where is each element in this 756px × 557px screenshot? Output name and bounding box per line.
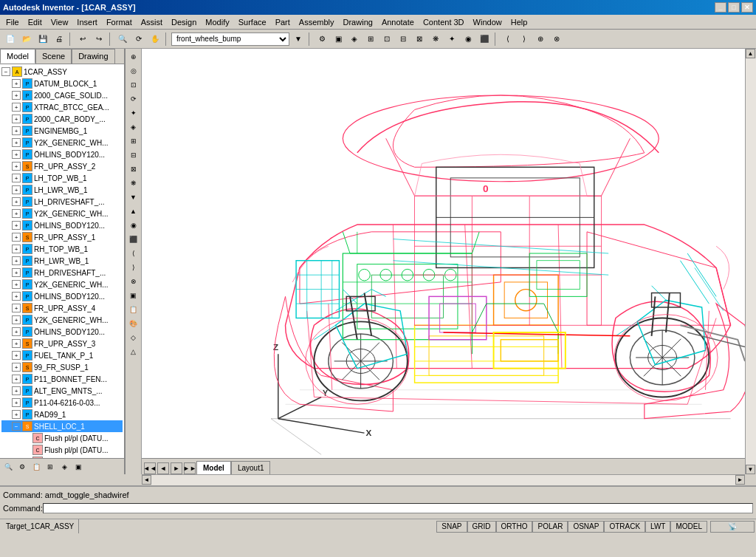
tree-expand-btn[interactable]: +: [12, 280, 21, 289]
tab-layout1[interactable]: Layout1: [231, 461, 271, 474]
menu-surface[interactable]: Surface: [234, 16, 271, 28]
combo-arrow[interactable]: ▼: [291, 32, 306, 47]
panel-tb-3[interactable]: 📋: [30, 460, 43, 474]
tree-expand-btn[interactable]: +: [12, 79, 21, 88]
tree-item-6[interactable]: +PENGINEMBG_1: [1, 125, 123, 137]
tb-btn-e[interactable]: ⊡: [379, 32, 394, 47]
menu-view[interactable]: View: [47, 16, 73, 28]
side-btn-13[interactable]: ◉: [127, 219, 140, 232]
side-btn-5[interactable]: ✦: [127, 106, 140, 120]
menu-file[interactable]: File: [1, 16, 24, 28]
snap-btn[interactable]: SNAP: [436, 521, 467, 533]
tree-expand-btn[interactable]: +: [12, 315, 21, 324]
osnap-btn[interactable]: OSNAP: [568, 521, 604, 533]
tab-scene[interactable]: Scene: [35, 49, 72, 64]
tree-item-32[interactable]: +CFlush pl/pl (DATU...: [1, 432, 123, 444]
tb-btn-f[interactable]: ⊟: [396, 32, 410, 47]
menu-edit[interactable]: Edit: [24, 16, 47, 28]
tree-item-12[interactable]: +PLH_DRIVESHAFT_...: [1, 196, 123, 208]
nav-last[interactable]: ►►: [184, 462, 196, 474]
menu-part[interactable]: Part: [271, 16, 295, 28]
tree-expand-btn[interactable]: −: [1, 67, 10, 76]
side-btn-20[interactable]: 🎨: [127, 317, 140, 330]
side-btn-7[interactable]: ⊞: [127, 134, 140, 148]
tree-item-24[interactable]: +SFR_UPR_ASSY_3: [1, 338, 123, 349]
panel-tb-4[interactable]: ⊞: [44, 460, 57, 474]
menu-format[interactable]: Format: [102, 16, 137, 28]
tree-item-30[interactable]: +PRAD99_1: [1, 409, 123, 420]
panel-tb-6[interactable]: ▣: [72, 460, 85, 474]
scroll-right-btn[interactable]: ►: [735, 475, 745, 485]
tree-expand-btn[interactable]: +: [12, 103, 21, 112]
tb-btn-k[interactable]: ⬛: [477, 32, 492, 47]
tree-item-26[interactable]: +S99_FR_SUSP_1: [1, 361, 123, 373]
scroll-left-btn[interactable]: ◄: [142, 475, 151, 485]
tree-item-1[interactable]: −A1CAR_ASSY: [1, 66, 123, 78]
tree-item-2[interactable]: +PDATUM_BLOCK_1: [1, 78, 123, 89]
tb-btn-l[interactable]: ⟨: [501, 32, 515, 47]
tree-item-22[interactable]: +PY2K_GENERIC_WH...: [1, 314, 123, 326]
view-combo[interactable]: front_wheels_bump: [171, 33, 289, 46]
lwt-btn[interactable]: LWT: [645, 521, 670, 533]
close-button[interactable]: ✕: [741, 2, 753, 13]
side-btn-12[interactable]: ▲: [127, 205, 140, 218]
tree-item-27[interactable]: +PP11_BONNET_FEN...: [1, 373, 123, 385]
side-btn-17[interactable]: ⊗: [127, 275, 140, 288]
tree-item-19[interactable]: +PY2K_GENERIC_WH...: [1, 278, 123, 290]
menu-drawing[interactable]: Drawing: [339, 16, 377, 28]
tree-expand-btn[interactable]: +: [12, 268, 21, 277]
nav-prev[interactable]: ◄: [157, 462, 169, 474]
side-btn-3[interactable]: ⊡: [127, 78, 140, 92]
ortho-btn[interactable]: ORTHO: [496, 521, 533, 533]
tb-btn-h[interactable]: ❋: [428, 32, 443, 47]
side-btn-16[interactable]: ⟩: [127, 261, 140, 274]
tree-item-18[interactable]: +PRH_DRIVESHAFT_...: [1, 267, 123, 278]
tree-item-14[interactable]: +PÖHLINS_BODY120...: [1, 219, 123, 231]
tree-item-23[interactable]: +PÖHLINS_BODY120...: [1, 326, 123, 338]
tree-item-8[interactable]: +PÖHLINS_BODY120...: [1, 148, 123, 160]
side-btn-9[interactable]: ⊠: [127, 163, 140, 176]
tree-expand-btn[interactable]: +: [12, 233, 21, 242]
model-btn[interactable]: MODEL: [670, 521, 707, 533]
undo-button[interactable]: ↩: [75, 32, 90, 47]
tb-btn-c[interactable]: ◈: [347, 32, 362, 47]
tree-expand-btn[interactable]: +: [12, 197, 21, 206]
tree-expand-btn[interactable]: +: [12, 209, 21, 218]
tb-btn-i[interactable]: ✦: [444, 32, 459, 47]
tree-expand-btn[interactable]: +: [12, 91, 21, 100]
menu-help[interactable]: Help: [506, 16, 532, 28]
tab-model-view[interactable]: Model: [196, 461, 231, 474]
tree-expand-btn[interactable]: +: [12, 327, 21, 336]
tree-item-21[interactable]: +SFR_UPR_ASSY_4: [1, 302, 123, 314]
menu-assist[interactable]: Assist: [137, 16, 167, 28]
tree-item-3[interactable]: +P2000_CAGE_SOLID...: [1, 89, 123, 101]
panel-tb-1[interactable]: 🔍: [1, 460, 15, 474]
side-btn-10[interactable]: ❋: [127, 177, 140, 190]
menu-modify[interactable]: Modify: [201, 16, 233, 28]
tree-item-5[interactable]: +P2000_CAR_BODY_...: [1, 113, 123, 125]
model-tree[interactable]: −A1CAR_ASSY+PDATUM_BLOCK_1+P2000_CAGE_SO…: [0, 64, 124, 458]
tb-btn-d[interactable]: ⊞: [363, 32, 378, 47]
side-btn-4[interactable]: ⟳: [127, 92, 140, 106]
side-btn-11[interactable]: ▼: [127, 191, 140, 204]
side-btn-6[interactable]: ◈: [127, 120, 140, 134]
tree-expand-btn[interactable]: +: [12, 386, 21, 395]
tree-expand-btn[interactable]: +: [12, 138, 21, 147]
tree-item-7[interactable]: +PY2K_GENERIC_WH...: [1, 137, 123, 148]
tb-btn-j[interactable]: ◉: [461, 32, 475, 47]
tree-expand-btn[interactable]: −: [12, 422, 21, 431]
nav-first[interactable]: ◄◄: [144, 462, 156, 474]
tree-item-15[interactable]: +SFR_UPR_ASSY_1: [1, 231, 123, 243]
tree-expand-btn[interactable]: +: [12, 398, 21, 407]
tree-expand-btn[interactable]: +: [12, 410, 21, 419]
side-btn-2[interactable]: ◎: [127, 64, 140, 78]
tree-expand-btn[interactable]: +: [12, 339, 21, 348]
scroll-down-btn[interactable]: ▼: [746, 465, 755, 474]
tree-item-29[interactable]: +PP11-04-6216-0-03...: [1, 397, 123, 409]
tree-expand-btn[interactable]: +: [12, 351, 21, 360]
tb-btn-n[interactable]: ⊕: [533, 32, 548, 47]
side-btn-15[interactable]: ⟨: [127, 247, 140, 260]
tree-expand-btn[interactable]: +: [12, 363, 21, 372]
orbit-button[interactable]: ⟳: [131, 32, 146, 47]
side-btn-19[interactable]: 📋: [127, 303, 140, 316]
